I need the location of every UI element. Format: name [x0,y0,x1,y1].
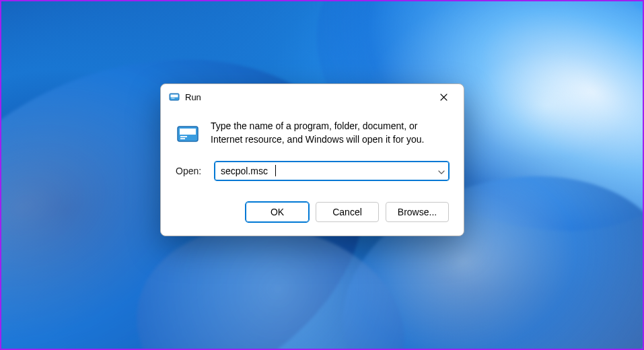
browse-button[interactable]: Browse... [386,202,449,222]
svg-rect-6 [180,138,185,139]
close-button[interactable] [429,87,458,107]
dialog-description: Type the name of a program, folder, docu… [211,119,449,147]
titlebar[interactable]: Run [161,84,464,110]
open-label: Open: [176,166,205,176]
close-icon [440,94,448,101]
svg-rect-1 [171,95,178,98]
run-program-icon [176,122,200,146]
svg-rect-4 [180,129,196,135]
open-input[interactable] [215,162,449,180]
open-combobox[interactable] [215,162,449,180]
svg-rect-2 [172,98,175,99]
cancel-button[interactable]: Cancel [316,202,379,222]
run-dialog: Run Type the name of a program, folder, … [160,83,464,236]
run-app-icon [169,92,180,102]
window-title: Run [185,92,429,102]
svg-rect-5 [180,136,187,137]
text-caret [275,165,276,176]
ok-button[interactable]: OK [246,202,309,222]
button-row: OK Cancel Browse... [161,202,464,236]
